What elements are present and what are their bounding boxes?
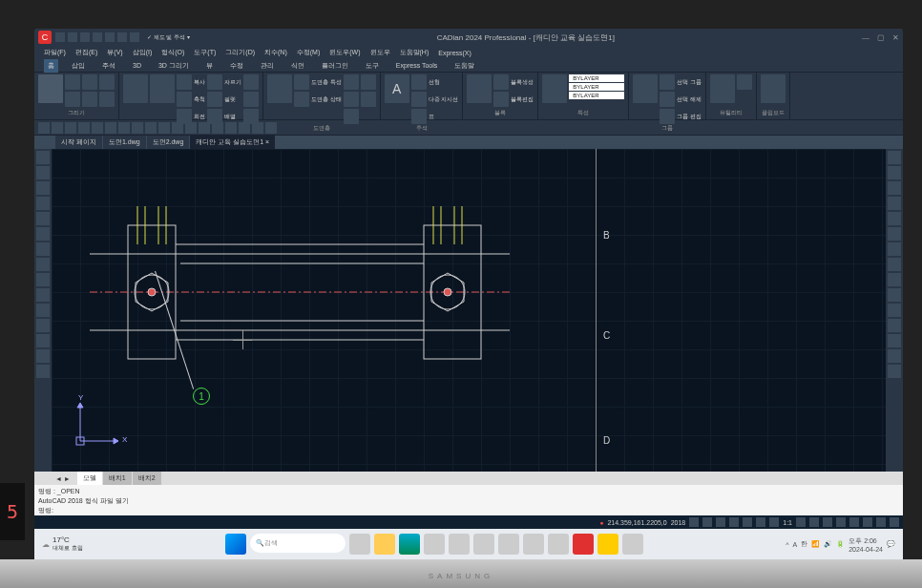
array-button[interactable] — [243, 92, 259, 107]
app-icon[interactable] — [597, 534, 618, 555]
side-tool-icon[interactable] — [888, 181, 901, 195]
side-tool-icon[interactable] — [888, 166, 901, 179]
tb-icon[interactable] — [78, 122, 90, 134]
lineweight-bylayer-dropdown[interactable]: BYLAYER — [569, 92, 624, 99]
tb-icon[interactable] — [239, 122, 250, 134]
menu-draw[interactable]: 그리기(D) — [225, 48, 255, 57]
scale-button[interactable] — [177, 92, 192, 107]
layer-freeze-button[interactable] — [344, 74, 359, 90]
side-tool-icon[interactable] — [888, 288, 901, 302]
spline-button[interactable] — [99, 74, 115, 90]
doc-tab-1[interactable]: 도면1.dwg — [103, 136, 146, 149]
side-tool-icon[interactable] — [888, 334, 901, 347]
side-tool-icon[interactable] — [36, 319, 50, 332]
polar-toggle-icon[interactable] — [729, 517, 739, 527]
layer-off-button[interactable] — [344, 109, 359, 124]
tab-3d[interactable]: 3D — [129, 60, 145, 71]
status-icon[interactable] — [863, 517, 872, 527]
circle-button[interactable] — [65, 92, 80, 107]
polyline-button[interactable] — [82, 74, 97, 90]
side-tool-icon[interactable] — [36, 151, 50, 164]
side-tool-icon[interactable] — [888, 349, 901, 363]
tab-sheet[interactable]: 식면 — [287, 59, 308, 73]
side-tool-icon[interactable] — [36, 166, 50, 179]
color-bylayer-dropdown[interactable]: BYLAYER — [569, 74, 624, 82]
tb-icon[interactable] — [118, 122, 130, 134]
tray-wifi-icon[interactable]: 📶 — [811, 540, 820, 548]
status-icon[interactable] — [836, 517, 846, 527]
tab-home[interactable]: 홈 — [44, 59, 58, 73]
taskbar-weather[interactable]: ☁ 17°C대체로 흐림 — [42, 536, 83, 553]
menu-format[interactable]: 형식(O) — [161, 48, 184, 57]
layout-tab-2[interactable]: 배치2 — [133, 472, 161, 485]
side-tool-icon[interactable] — [36, 365, 50, 378]
menu-window2[interactable]: 윈도우 — [370, 48, 390, 57]
tb-icon[interactable] — [225, 122, 237, 134]
qat-redo-icon[interactable] — [105, 32, 115, 42]
status-icon[interactable] — [876, 517, 886, 527]
drawing-canvas[interactable]: B C D 1 Y X — [52, 149, 886, 472]
layer-iso-button[interactable] — [294, 92, 309, 107]
tb-icon[interactable] — [38, 122, 50, 134]
app-logo-icon[interactable]: C — [38, 31, 52, 44]
tab-3ddraw[interactable]: 3D 그리기 — [155, 59, 193, 73]
tab-help[interactable]: 도움말 — [451, 59, 478, 73]
linetype-bylayer-dropdown[interactable]: BYLAYER — [569, 83, 624, 91]
measure-button[interactable] — [710, 74, 735, 103]
tb-icon[interactable] — [132, 122, 143, 134]
qat-print-icon[interactable] — [117, 32, 127, 42]
mleader-button[interactable] — [411, 92, 427, 107]
side-tool-icon[interactable] — [36, 334, 50, 347]
side-tool-icon[interactable] — [36, 288, 50, 302]
copy-button[interactable] — [177, 74, 192, 90]
move-button[interactable] — [123, 74, 148, 103]
menu-edit[interactable]: 편집(E) — [75, 48, 97, 57]
viewport-divider[interactable] — [596, 149, 597, 472]
menu-dim[interactable]: 치수(N) — [264, 48, 287, 57]
qat-dropdown[interactable]: ✓ 제도 및 주석 ▾ — [147, 33, 190, 42]
app-icon[interactable] — [622, 534, 643, 555]
tab-express[interactable]: Express Tools — [392, 60, 441, 71]
tb-icon[interactable] — [92, 122, 103, 134]
group-edit-button[interactable] — [660, 109, 675, 124]
osnap-toggle-icon[interactable] — [743, 517, 752, 527]
side-tool-icon[interactable] — [36, 349, 50, 363]
layer-prop-button[interactable] — [267, 74, 292, 103]
grid-toggle-icon[interactable] — [702, 517, 712, 527]
cadian-app-icon[interactable] — [573, 534, 594, 555]
side-tool-icon[interactable] — [36, 197, 50, 210]
tb-icon[interactable] — [212, 122, 223, 134]
otrack-toggle-icon[interactable] — [756, 517, 765, 527]
side-tool-icon[interactable] — [888, 242, 901, 256]
tb-icon[interactable] — [252, 122, 263, 134]
arc-button[interactable] — [65, 74, 80, 90]
explorer-icon[interactable] — [374, 534, 395, 555]
qat-new-icon[interactable] — [55, 32, 65, 42]
chrome-icon[interactable] — [424, 534, 445, 555]
start-button[interactable] — [225, 534, 246, 555]
side-tool-icon[interactable] — [888, 319, 901, 332]
side-tool-icon[interactable] — [888, 227, 901, 241]
qat-open-icon[interactable] — [68, 32, 77, 42]
menu-file[interactable]: 파일(F) — [44, 48, 66, 57]
tray-battery-icon[interactable]: 🔋 — [836, 540, 845, 548]
app-icon[interactable] — [548, 534, 569, 555]
paste-button[interactable] — [761, 74, 786, 103]
side-tool-icon[interactable] — [36, 258, 50, 271]
text-button[interactable]: A — [385, 74, 409, 103]
doc-tab-active[interactable]: 캐디안 교육 실습도면1 × — [190, 136, 275, 149]
qat-undo-icon[interactable] — [93, 32, 102, 42]
menu-insert[interactable]: 삽입(I) — [133, 48, 153, 57]
layer-lock-button[interactable] — [344, 92, 359, 107]
layer-state-button[interactable] — [294, 74, 309, 90]
tab-annot[interactable]: 주석 — [98, 59, 119, 73]
line-button[interactable] — [38, 74, 63, 103]
snap-toggle-icon[interactable] — [689, 517, 699, 527]
ortho-toggle-icon[interactable] — [716, 517, 725, 527]
tb-icon[interactable] — [158, 122, 170, 134]
status-icon[interactable] — [796, 517, 806, 527]
insert-button[interactable] — [467, 74, 492, 103]
store-icon[interactable] — [449, 534, 470, 555]
tab-view[interactable]: 뷰 — [202, 59, 217, 73]
qat-plot-icon[interactable] — [130, 32, 139, 42]
